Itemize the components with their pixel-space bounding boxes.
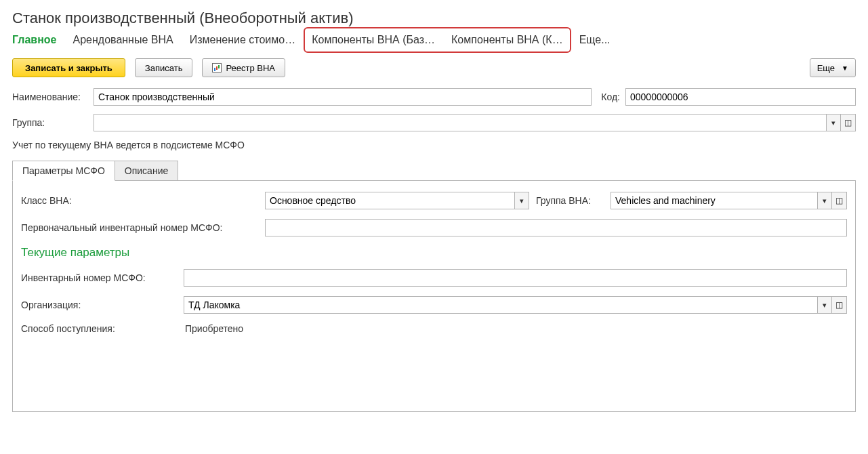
group-vna-open-button[interactable]: ◫	[832, 192, 847, 209]
nav-bar: Главное Арендованные ВНА Изменение стоим…	[12, 34, 856, 46]
inv-input[interactable]	[184, 269, 847, 287]
inv-label: Инвентарный номер МСФО:	[21, 272, 177, 283]
chevron-down-icon: ▼	[842, 64, 848, 72]
code-input[interactable]	[625, 88, 856, 106]
tab-description[interactable]: Описание	[115, 161, 178, 181]
group-vna-dropdown-button[interactable]: ▾	[817, 192, 832, 209]
chevron-down-icon: ▾	[520, 197, 524, 205]
open-icon: ◫	[844, 118, 852, 127]
init-inv-input[interactable]	[265, 219, 847, 236]
more-button-label: Еще	[817, 63, 835, 73]
name-label: Наименование:	[12, 91, 94, 102]
chevron-down-icon: ▾	[823, 301, 827, 310]
nav-more[interactable]: Еще...	[579, 34, 611, 46]
org-open-button[interactable]: ◫	[832, 296, 847, 314]
registry-button[interactable]: Реестр ВНА	[202, 58, 285, 77]
class-input[interactable]	[265, 192, 514, 209]
nav-components-k[interactable]: Компоненты ВНА (К…	[451, 34, 563, 46]
init-inv-label: Первоначальный инвентарный номер МСФО:	[21, 222, 258, 233]
chevron-down-icon: ▾	[823, 197, 827, 205]
receipt-value: Приобретено	[184, 323, 243, 334]
save-button[interactable]: Записать	[135, 58, 193, 77]
class-dropdown-button[interactable]: ▾	[514, 192, 529, 209]
msfo-panel: Класс ВНА: ▾ Группа ВНА: ▾ ◫ Первоначаль…	[12, 180, 856, 412]
class-label: Класс ВНА:	[21, 195, 258, 206]
open-icon: ◫	[835, 300, 843, 310]
current-params-title: Текущие параметры	[21, 246, 847, 260]
nav-components-base[interactable]: Компоненты ВНА (Баз…	[312, 34, 435, 46]
nav-main[interactable]: Главное	[12, 34, 57, 46]
accounting-note: Учет по текущему ВНА ведется в подсистем…	[12, 140, 856, 150]
chevron-down-icon: ▾	[831, 119, 835, 127]
name-input[interactable]	[94, 88, 592, 106]
group-label: Группа:	[12, 117, 94, 128]
group-open-button[interactable]: ◫	[841, 114, 856, 131]
receipt-label: Способ поступления:	[21, 323, 177, 334]
page-title: Станок производственный (Внеоборотный ак…	[12, 9, 856, 27]
more-button[interactable]: Еще ▼	[810, 58, 856, 77]
nav-cost-change[interactable]: Изменение стоимо…	[190, 34, 295, 46]
group-dropdown-button[interactable]: ▾	[826, 114, 841, 131]
group-vna-label: Группа ВНА:	[536, 195, 604, 206]
nav-leased[interactable]: Арендованные ВНА	[73, 34, 173, 46]
org-input[interactable]	[184, 296, 817, 314]
report-icon	[212, 63, 222, 73]
group-vna-input[interactable]	[611, 192, 817, 209]
registry-button-label: Реестр ВНА	[226, 63, 275, 73]
org-dropdown-button[interactable]: ▾	[817, 296, 832, 314]
open-icon: ◫	[835, 196, 843, 205]
toolbar: Записать и закрыть Записать Реестр ВНА Е…	[12, 58, 856, 77]
tab-msfo[interactable]: Параметры МСФО	[12, 161, 115, 181]
group-input[interactable]	[94, 114, 826, 131]
save-close-button[interactable]: Записать и закрыть	[12, 58, 125, 77]
tabs: Параметры МСФО Описание	[12, 160, 856, 180]
org-label: Организация:	[21, 300, 177, 310]
code-label: Код:	[592, 91, 625, 102]
